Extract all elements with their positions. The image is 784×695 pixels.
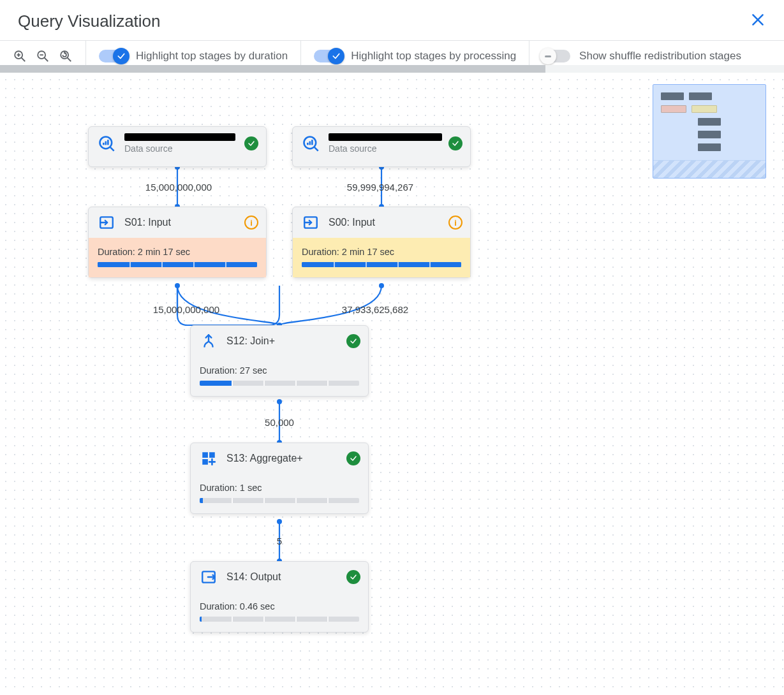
data-source-name-redacted	[329, 133, 442, 141]
check-icon	[350, 455, 357, 462]
svg-point-24	[277, 519, 282, 524]
stage-progress	[200, 381, 359, 386]
status-badge	[346, 451, 360, 465]
horizontal-scrollbar[interactable]	[0, 65, 784, 73]
stage-title: S00: Input	[329, 217, 375, 228]
toggle-highlight-processing-switch[interactable]	[314, 50, 342, 62]
input-icon	[302, 214, 320, 231]
stage-progress	[302, 262, 461, 267]
svg-point-17	[175, 283, 180, 288]
svg-line-33	[314, 147, 318, 151]
stage-duration-label: Duration: 2 min 17 sec	[302, 247, 461, 257]
graph-canvas[interactable]: 15,000,000,000 59,999,994,267 15,000,000…	[0, 65, 784, 695]
svg-line-10	[68, 58, 71, 62]
data-source-name-redacted	[124, 133, 235, 141]
svg-line-28	[110, 147, 114, 151]
stage-title: S12: Join+	[226, 335, 275, 347]
data-source-icon	[98, 135, 115, 152]
svg-line-7	[45, 58, 48, 62]
check-icon	[452, 140, 459, 147]
horizontal-scrollbar-thumb[interactable]	[0, 65, 545, 73]
stage-title: S14: Output	[226, 571, 281, 583]
status-badge	[346, 334, 360, 348]
join-icon	[200, 332, 218, 350]
node-stage-s13[interactable]: S13: Aggregate+ Duration: 1 sec	[190, 443, 369, 514]
svg-point-21	[277, 399, 282, 404]
stage-duration-label: Duration: 2 min 17 sec	[98, 247, 257, 257]
node-stage-s00[interactable]: S00: Input i Duration: 2 min 17 sec	[292, 207, 471, 278]
edge-label: 50,000	[265, 417, 294, 428]
minimap-inner	[653, 85, 766, 160]
svg-rect-39	[202, 452, 208, 458]
edge-label: 15,000,000,000	[145, 182, 212, 193]
node-stage-s01[interactable]: S01: Input i Duration: 2 min 17 sec	[88, 207, 267, 278]
page-title: Query Visualization	[18, 11, 161, 31]
svg-rect-40	[209, 452, 215, 458]
toggle-highlight-duration-switch[interactable]	[99, 50, 127, 62]
status-badge	[346, 570, 360, 584]
check-icon	[248, 140, 255, 147]
stage-progress	[98, 262, 257, 267]
check-icon	[350, 573, 357, 581]
stage-progress	[200, 617, 359, 622]
aggregate-icon	[200, 450, 218, 467]
svg-point-20	[379, 283, 384, 288]
svg-line-3	[22, 58, 26, 62]
edge-label: 59,999,994,267	[347, 182, 413, 193]
stage-progress	[200, 498, 359, 503]
node-data-source-2[interactable]: Data source	[292, 126, 471, 167]
header: Query Visualization	[0, 0, 784, 40]
check-icon	[332, 52, 341, 61]
minus-icon	[545, 55, 551, 57]
zoom-in-button[interactable]	[13, 49, 27, 63]
stage-duration-label: Duration: 27 sec	[200, 365, 359, 376]
toggle-highlight-duration-label: Highlight top stages by duration	[136, 50, 288, 62]
input-icon	[98, 214, 115, 231]
info-icon: i	[448, 216, 462, 230]
edge-label: 37,933,625,682	[342, 304, 408, 315]
svg-rect-41	[202, 459, 208, 465]
status-badge	[244, 136, 258, 150]
stage-title: S13: Aggregate+	[226, 453, 303, 464]
zoom-reset-button[interactable]	[59, 49, 73, 63]
stage-duration-label: Duration: 0.46 sec	[200, 601, 359, 611]
status-badge: i	[448, 216, 462, 230]
toggle-shuffle-stages-label: Show shuffle redistribution stages	[579, 50, 741, 62]
node-stage-s14[interactable]: S14: Output Duration: 0.46 sec	[190, 561, 369, 633]
toggle-highlight-processing-label: Highlight top stages by processing	[351, 50, 516, 62]
check-icon	[350, 337, 357, 345]
edge-label: 15,000,000,000	[153, 304, 219, 315]
zoom-out-button[interactable]	[36, 49, 50, 63]
edge-label: 5	[277, 536, 282, 546]
minimap-overflow	[653, 160, 766, 178]
data-source-subtitle: Data source	[124, 143, 257, 154]
data-source-icon	[302, 135, 320, 152]
node-data-source-1[interactable]: Data source	[88, 126, 267, 167]
stage-duration-label: Duration: 1 sec	[200, 483, 359, 493]
check-icon	[117, 52, 126, 61]
status-badge: i	[244, 216, 258, 230]
info-icon: i	[244, 216, 258, 230]
output-icon	[200, 568, 218, 586]
node-stage-s12[interactable]: S12: Join+ Duration: 27 sec	[190, 325, 369, 397]
close-button[interactable]	[750, 11, 766, 31]
minimap[interactable]	[653, 84, 766, 179]
data-source-subtitle: Data source	[329, 143, 461, 154]
toggle-shuffle-stages-switch[interactable]	[542, 50, 570, 62]
canvas-wrap: 15,000,000,000 59,999,994,267 15,000,000…	[0, 65, 784, 695]
stage-title: S01: Input	[124, 217, 171, 228]
status-badge	[448, 136, 462, 150]
